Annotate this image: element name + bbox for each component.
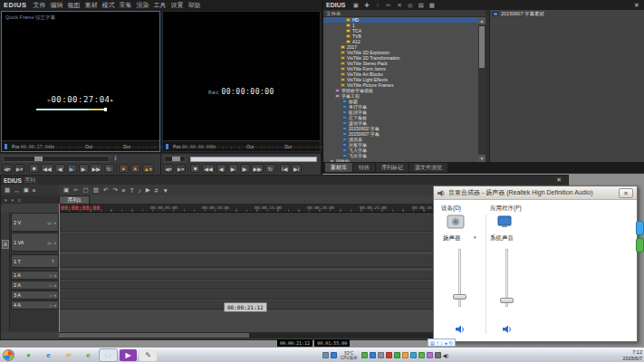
copy-icon[interactable]: ▢ xyxy=(83,186,89,194)
bin-titlebar[interactable]: EDIUS ▣✚↑✂✕◎▤▦ ✕ xyxy=(323,0,644,10)
sequence-tab[interactable]: 序列1 xyxy=(59,195,90,204)
set-in-button[interactable]: I◀ xyxy=(280,164,290,173)
slider-handle[interactable] xyxy=(453,294,466,300)
shuttle-slider[interactable] xyxy=(3,156,110,162)
internet-explorer[interactable]: e xyxy=(40,349,57,361)
track-header[interactable]: 1 A ♪ ● xyxy=(11,271,59,280)
bin-tab[interactable]: 序列标记 xyxy=(376,163,409,172)
tray-icon[interactable] xyxy=(378,352,384,358)
timeline-position-bar[interactable] xyxy=(190,157,317,162)
mini-record-icon[interactable]: ● xyxy=(445,340,447,346)
sequence-marker-strip[interactable]: A xyxy=(1,213,10,332)
playhead-line[interactable] xyxy=(59,204,60,332)
track-header[interactable]: 2 A ♪ ● xyxy=(11,281,59,290)
track-panel-icon[interactable]: ▾ xyxy=(5,197,7,203)
track-header[interactable]: 1 T T xyxy=(11,254,59,268)
shuttle-knob[interactable] xyxy=(172,157,180,161)
add-to-timeline-button[interactable]: ▲ xyxy=(119,164,129,173)
device-volume-slider[interactable] xyxy=(452,249,468,319)
slider-handle[interactable] xyxy=(500,298,514,303)
menu-item[interactable]: 渲染 xyxy=(136,2,149,8)
recorder-monitor[interactable]: Rec00:00:00:00 Pos00:00:00:00In--:--:--:… xyxy=(162,11,321,152)
track-patch-icon[interactable]: ● xyxy=(53,272,56,278)
cut-icon[interactable]: ✂ xyxy=(384,2,392,9)
menu-item[interactable]: 帮助 xyxy=(187,2,200,8)
play-button[interactable]: ▶ xyxy=(67,164,77,173)
app-mute-button[interactable] xyxy=(501,325,514,335)
tray-icon[interactable] xyxy=(386,352,392,358)
sidebar-widget-green[interactable] xyxy=(636,238,644,252)
view-list-icon[interactable]: ▤ xyxy=(417,2,425,9)
close-icon[interactable]: ✕ xyxy=(556,176,562,184)
tray-icon[interactable] xyxy=(370,352,376,358)
menu-item[interactable]: 视图 xyxy=(67,2,80,8)
device-name[interactable]: 扬声器 xyxy=(443,234,461,243)
mini-refresh-icon[interactable]: ↻ xyxy=(449,340,453,346)
export-button[interactable]: ▲▾ xyxy=(142,164,154,173)
new-sequence-icon[interactable]: ▣ xyxy=(351,2,360,9)
track-patch-icon[interactable]: ● xyxy=(53,302,56,308)
scroll-down-icon[interactable]: ▼ xyxy=(478,155,485,162)
marker-icon[interactable]: ▼ xyxy=(162,187,168,194)
delete-icon[interactable]: ✕ xyxy=(395,2,403,9)
tree-scrollbar[interactable]: ▲ ▼ xyxy=(478,17,485,162)
jog-button[interactable]: ▶▾ xyxy=(14,164,25,173)
device-mute-button[interactable] xyxy=(454,325,466,335)
audio-mixer-icon[interactable]: ♪ xyxy=(139,187,141,194)
save-icon[interactable]: ▣ xyxy=(63,186,69,194)
start-button[interactable] xyxy=(3,349,14,361)
up-folder-icon[interactable]: ↑ xyxy=(373,2,381,9)
playback-icon[interactable]: ▶ xyxy=(146,186,150,194)
scrollbar-thumb[interactable] xyxy=(479,26,485,68)
bin-tab[interactable]: 素材库 xyxy=(325,163,352,172)
track-patch-icon[interactable]: ● xyxy=(53,292,56,298)
fast-forward-button[interactable]: ▶▶ xyxy=(91,164,102,173)
tray-icon[interactable] xyxy=(402,352,409,358)
track-patch-icon[interactable]: ● xyxy=(53,240,56,245)
video-studio[interactable]: ▶ xyxy=(120,349,137,361)
chevron-down-icon[interactable]: ▾ xyxy=(474,234,476,240)
redo-icon[interactable]: ↷ xyxy=(112,186,117,194)
cpu-temp-indicator[interactable]: 53°C CPU温度 xyxy=(341,351,358,360)
tray-icon[interactable] xyxy=(394,352,400,358)
lightroom[interactable]: Lr xyxy=(100,349,117,361)
close-icon[interactable]: ✕ xyxy=(632,2,641,9)
bin-tab[interactable]: 特效 xyxy=(353,163,375,172)
green-browser[interactable]: e xyxy=(80,349,97,361)
player-monitor[interactable]: Quick Frame 综艺字幕 »00:00:27:04▸ Pos00:00:… xyxy=(1,11,160,152)
overwrite-mode-icon[interactable]: ↔ xyxy=(14,187,20,194)
view-thumbnail-icon[interactable]: ▦ xyxy=(428,2,436,9)
ripple-mode-icon[interactable]: ≡ xyxy=(33,187,36,194)
track-panel-icon[interactable]: ▾ xyxy=(12,197,14,203)
track-header[interactable]: 2 V ▭ ● xyxy=(11,213,59,232)
fast-forward-button[interactable]: ▶▶ xyxy=(252,164,264,173)
tray-icon[interactable] xyxy=(427,352,433,358)
next-frame-button[interactable]: ▶ xyxy=(79,164,89,173)
menu-item[interactable]: 模式 xyxy=(101,2,114,8)
track-header[interactable]: 4 A ♪ ● xyxy=(11,300,59,310)
loop-button[interactable]: ↻ xyxy=(104,164,114,173)
track-patch-icon[interactable]: ● xyxy=(53,282,56,288)
play-button[interactable]: ▶ xyxy=(228,164,238,173)
tray-icon[interactable] xyxy=(361,352,368,358)
menu-item[interactable]: 工具 xyxy=(153,2,166,8)
close-button[interactable]: ✕ xyxy=(619,188,633,198)
track-patch-icon[interactable]: ● xyxy=(53,220,56,225)
system-sounds-icon[interactable] xyxy=(497,215,512,228)
360-security[interactable]: ● xyxy=(20,349,37,361)
dialog-titlebar[interactable]: 音量合成器 - 扬声器 (Realtek High Definition Aud… xyxy=(434,186,637,200)
mini-menu-icon[interactable]: ▤ xyxy=(430,340,435,346)
rewind-button[interactable]: ◀◀ xyxy=(41,164,53,173)
track-panel-icon[interactable]: ≡ xyxy=(18,197,21,203)
menu-item[interactable]: 设置 xyxy=(170,2,183,8)
shuttle-slider[interactable] xyxy=(164,156,186,162)
tray-icon[interactable] xyxy=(418,352,425,358)
shuttle-knob[interactable] xyxy=(34,157,43,161)
timeline-titlebar[interactable]: EDIUS 序列 ✕ xyxy=(1,176,568,185)
speaker-device-icon[interactable] xyxy=(447,214,465,229)
prev-frame-button[interactable]: ◀ xyxy=(55,164,65,173)
track-header[interactable]: 3 A ♪ ● xyxy=(11,291,59,300)
prev-frame-button[interactable]: ◀ xyxy=(216,164,226,173)
add-to-bin-button[interactable]: ▲ xyxy=(130,164,140,173)
track-header[interactable]: 1 VA ▭ ● xyxy=(11,233,59,252)
